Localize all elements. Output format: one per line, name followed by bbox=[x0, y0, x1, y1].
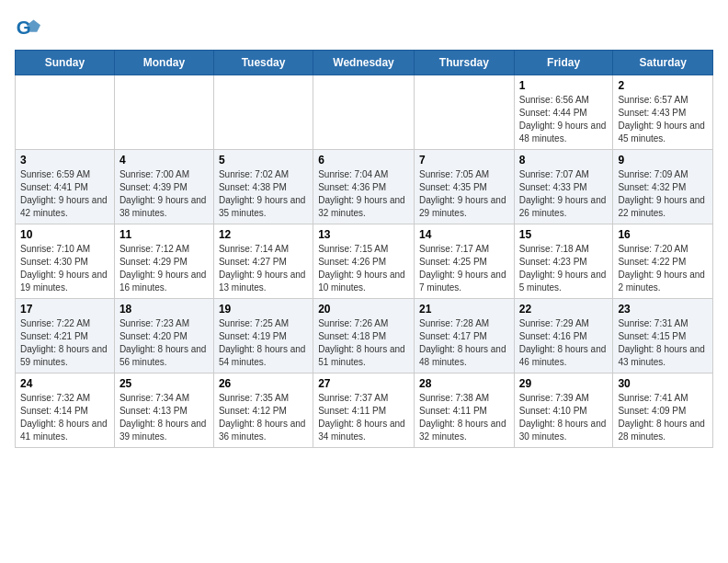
day-info: Sunrise: 7:07 AM Sunset: 4:33 PM Dayligh… bbox=[519, 168, 609, 220]
day-info: Sunrise: 7:18 AM Sunset: 4:23 PM Dayligh… bbox=[519, 243, 609, 294]
day-number: 20 bbox=[318, 303, 409, 316]
day-header-thursday: Thursday bbox=[414, 51, 514, 75]
day-header-wednesday: Wednesday bbox=[313, 51, 415, 75]
day-info: Sunrise: 7:10 AM Sunset: 4:30 PM Dayligh… bbox=[20, 243, 109, 294]
calendar-cell: 7Sunrise: 7:05 AM Sunset: 4:35 PM Daylig… bbox=[414, 150, 514, 224]
day-number: 21 bbox=[419, 303, 509, 316]
day-info: Sunrise: 7:39 AM Sunset: 4:10 PM Dayligh… bbox=[519, 392, 609, 443]
calendar-cell: 17Sunrise: 7:22 AM Sunset: 4:21 PM Dayli… bbox=[16, 299, 115, 373]
day-info: Sunrise: 7:12 AM Sunset: 4:29 PM Dayligh… bbox=[119, 243, 209, 294]
day-number: 5 bbox=[219, 154, 308, 167]
day-number: 28 bbox=[419, 377, 509, 390]
day-number: 22 bbox=[519, 303, 609, 316]
calendar-cell: 12Sunrise: 7:14 AM Sunset: 4:27 PM Dayli… bbox=[213, 224, 313, 299]
calendar-cell: 27Sunrise: 7:37 AM Sunset: 4:11 PM Dayli… bbox=[313, 373, 415, 448]
calendar-cell: 14Sunrise: 7:17 AM Sunset: 4:25 PM Dayli… bbox=[414, 224, 514, 299]
day-number: 3 bbox=[20, 154, 109, 167]
day-header-tuesday: Tuesday bbox=[213, 51, 313, 75]
day-info: Sunrise: 7:32 AM Sunset: 4:14 PM Dayligh… bbox=[20, 392, 109, 443]
calendar-cell: 18Sunrise: 7:23 AM Sunset: 4:20 PM Dayli… bbox=[114, 299, 213, 373]
calendar-cell: 2Sunrise: 6:57 AM Sunset: 4:43 PM Daylig… bbox=[613, 75, 713, 150]
page-header: G bbox=[15, 15, 713, 40]
day-number: 2 bbox=[618, 79, 708, 92]
calendar-cell: 6Sunrise: 7:04 AM Sunset: 4:36 PM Daylig… bbox=[313, 150, 415, 224]
logo-icon: G bbox=[15, 15, 40, 40]
day-info: Sunrise: 6:59 AM Sunset: 4:41 PM Dayligh… bbox=[20, 168, 109, 220]
day-number: 13 bbox=[318, 228, 409, 241]
day-info: Sunrise: 7:35 AM Sunset: 4:12 PM Dayligh… bbox=[219, 392, 308, 443]
day-header-saturday: Saturday bbox=[613, 51, 713, 75]
calendar-cell: 26Sunrise: 7:35 AM Sunset: 4:12 PM Dayli… bbox=[213, 373, 313, 448]
day-number: 17 bbox=[20, 303, 109, 316]
day-number: 12 bbox=[219, 228, 308, 241]
calendar-week-row: 24Sunrise: 7:32 AM Sunset: 4:14 PM Dayli… bbox=[16, 373, 713, 448]
day-number: 25 bbox=[119, 377, 209, 390]
day-info: Sunrise: 7:38 AM Sunset: 4:11 PM Dayligh… bbox=[419, 392, 509, 443]
day-number: 16 bbox=[618, 228, 708, 241]
calendar-cell: 22Sunrise: 7:29 AM Sunset: 4:16 PM Dayli… bbox=[514, 299, 613, 373]
day-info: Sunrise: 6:56 AM Sunset: 4:44 PM Dayligh… bbox=[519, 94, 609, 145]
day-number: 24 bbox=[20, 377, 109, 390]
calendar-cell: 5Sunrise: 7:02 AM Sunset: 4:38 PM Daylig… bbox=[213, 150, 313, 224]
day-number: 29 bbox=[519, 377, 609, 390]
day-info: Sunrise: 7:25 AM Sunset: 4:19 PM Dayligh… bbox=[219, 317, 308, 369]
logo: G bbox=[15, 15, 44, 40]
calendar-cell: 3Sunrise: 6:59 AM Sunset: 4:41 PM Daylig… bbox=[16, 150, 115, 224]
calendar-cell: 24Sunrise: 7:32 AM Sunset: 4:14 PM Dayli… bbox=[16, 373, 115, 448]
day-info: Sunrise: 7:17 AM Sunset: 4:25 PM Dayligh… bbox=[419, 243, 509, 294]
day-info: Sunrise: 7:05 AM Sunset: 4:35 PM Dayligh… bbox=[419, 168, 509, 220]
calendar-cell: 8Sunrise: 7:07 AM Sunset: 4:33 PM Daylig… bbox=[514, 150, 613, 224]
day-info: Sunrise: 7:31 AM Sunset: 4:15 PM Dayligh… bbox=[618, 317, 708, 369]
day-number: 4 bbox=[119, 154, 209, 167]
day-info: Sunrise: 7:20 AM Sunset: 4:22 PM Dayligh… bbox=[618, 243, 708, 294]
calendar-cell: 4Sunrise: 7:00 AM Sunset: 4:39 PM Daylig… bbox=[114, 150, 213, 224]
calendar-cell: 16Sunrise: 7:20 AM Sunset: 4:22 PM Dayli… bbox=[613, 224, 713, 299]
calendar-cell: 9Sunrise: 7:09 AM Sunset: 4:32 PM Daylig… bbox=[613, 150, 713, 224]
calendar-week-row: 17Sunrise: 7:22 AM Sunset: 4:21 PM Dayli… bbox=[16, 299, 713, 373]
day-info: Sunrise: 6:57 AM Sunset: 4:43 PM Dayligh… bbox=[618, 94, 708, 145]
day-info: Sunrise: 7:09 AM Sunset: 4:32 PM Dayligh… bbox=[618, 168, 708, 220]
day-info: Sunrise: 7:14 AM Sunset: 4:27 PM Dayligh… bbox=[219, 243, 308, 294]
calendar-cell: 11Sunrise: 7:12 AM Sunset: 4:29 PM Dayli… bbox=[114, 224, 213, 299]
day-info: Sunrise: 7:29 AM Sunset: 4:16 PM Dayligh… bbox=[519, 317, 609, 369]
day-number: 14 bbox=[419, 228, 509, 241]
day-info: Sunrise: 7:41 AM Sunset: 4:09 PM Dayligh… bbox=[618, 392, 708, 443]
day-number: 26 bbox=[219, 377, 308, 390]
calendar-cell bbox=[16, 75, 115, 150]
day-number: 30 bbox=[618, 377, 708, 390]
day-number: 8 bbox=[519, 154, 609, 167]
day-info: Sunrise: 7:23 AM Sunset: 4:20 PM Dayligh… bbox=[119, 317, 209, 369]
calendar-cell: 28Sunrise: 7:38 AM Sunset: 4:11 PM Dayli… bbox=[414, 373, 514, 448]
calendar-cell bbox=[414, 75, 514, 150]
calendar-cell: 25Sunrise: 7:34 AM Sunset: 4:13 PM Dayli… bbox=[114, 373, 213, 448]
day-number: 15 bbox=[519, 228, 609, 241]
day-number: 19 bbox=[219, 303, 308, 316]
calendar-week-row: 3Sunrise: 6:59 AM Sunset: 4:41 PM Daylig… bbox=[16, 150, 713, 224]
calendar-body: 1Sunrise: 6:56 AM Sunset: 4:44 PM Daylig… bbox=[16, 75, 713, 448]
calendar-week-row: 10Sunrise: 7:10 AM Sunset: 4:30 PM Dayli… bbox=[16, 224, 713, 299]
day-info: Sunrise: 7:37 AM Sunset: 4:11 PM Dayligh… bbox=[318, 392, 409, 443]
calendar-cell: 30Sunrise: 7:41 AM Sunset: 4:09 PM Dayli… bbox=[613, 373, 713, 448]
day-number: 10 bbox=[20, 228, 109, 241]
calendar-cell: 29Sunrise: 7:39 AM Sunset: 4:10 PM Dayli… bbox=[514, 373, 613, 448]
day-number: 27 bbox=[318, 377, 409, 390]
day-header-sunday: Sunday bbox=[16, 51, 115, 75]
calendar-cell: 19Sunrise: 7:25 AM Sunset: 4:19 PM Dayli… bbox=[213, 299, 313, 373]
day-info: Sunrise: 7:34 AM Sunset: 4:13 PM Dayligh… bbox=[119, 392, 209, 443]
calendar-cell bbox=[213, 75, 313, 150]
calendar-table: SundayMondayTuesdayWednesdayThursdayFrid… bbox=[15, 50, 713, 448]
day-info: Sunrise: 7:28 AM Sunset: 4:17 PM Dayligh… bbox=[419, 317, 509, 369]
day-number: 1 bbox=[519, 79, 609, 92]
day-number: 9 bbox=[618, 154, 708, 167]
day-number: 11 bbox=[119, 228, 209, 241]
calendar-cell: 1Sunrise: 6:56 AM Sunset: 4:44 PM Daylig… bbox=[514, 75, 613, 150]
day-number: 7 bbox=[419, 154, 509, 167]
day-info: Sunrise: 7:02 AM Sunset: 4:38 PM Dayligh… bbox=[219, 168, 308, 220]
day-number: 6 bbox=[318, 154, 409, 167]
calendar-header-row: SundayMondayTuesdayWednesdayThursdayFrid… bbox=[16, 51, 713, 75]
day-info: Sunrise: 7:00 AM Sunset: 4:39 PM Dayligh… bbox=[119, 168, 209, 220]
day-info: Sunrise: 7:26 AM Sunset: 4:18 PM Dayligh… bbox=[318, 317, 409, 369]
day-header-monday: Monday bbox=[114, 51, 213, 75]
day-info: Sunrise: 7:04 AM Sunset: 4:36 PM Dayligh… bbox=[318, 168, 409, 220]
calendar-cell: 15Sunrise: 7:18 AM Sunset: 4:23 PM Dayli… bbox=[514, 224, 613, 299]
